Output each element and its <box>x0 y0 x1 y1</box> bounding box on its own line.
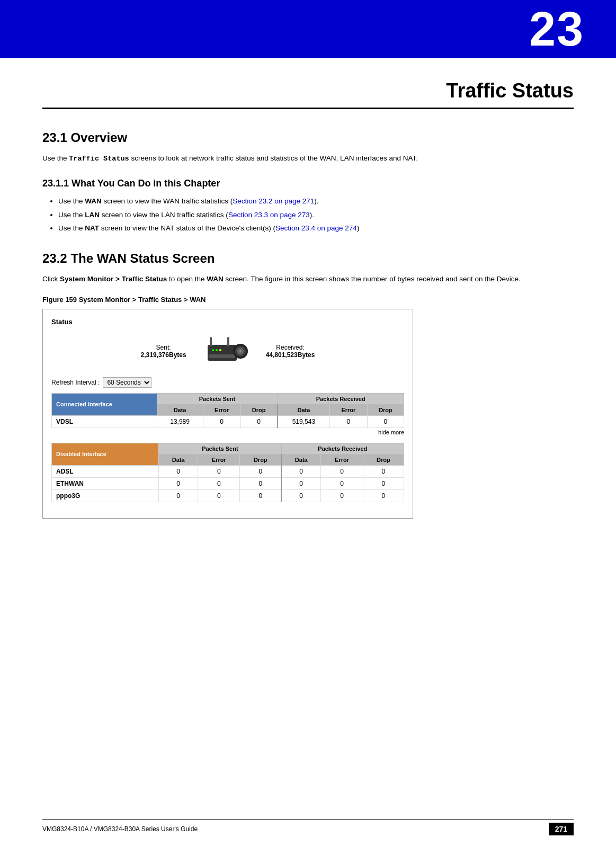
pppo3g-sent-data: 0 <box>159 489 198 502</box>
packets-received-header-disabled: Packets Received <box>281 443 404 454</box>
vdsl-recv-drop: 0 <box>367 415 404 428</box>
pppo3g-sent-drop: 0 <box>240 489 281 502</box>
disabled-table: Disabled Interface Packets Sent Packets … <box>51 443 404 502</box>
disabled-table-section: Disabled Interface Packets Sent Packets … <box>51 443 404 502</box>
col-sent-drop: Drop <box>240 404 278 415</box>
refresh-label: Refresh Interval : <box>51 379 100 386</box>
connected-interface-header: Connected Interface <box>52 393 157 415</box>
section-23-1-1-heading: 23.1.1 What You Can Do in this Chapter <box>42 178 574 189</box>
table-row-adsl: ADSL 0 0 0 0 0 0 <box>52 465 404 477</box>
hide-more: hide more <box>51 429 404 435</box>
adsl-recv-error: 0 <box>321 465 363 477</box>
svg-point-10 <box>239 350 242 352</box>
status-screen: Status Sent: 2,319,376Bytes <box>42 309 413 519</box>
col-recv-drop: Drop <box>367 404 404 415</box>
ethwan-recv-data: 0 <box>281 477 321 489</box>
packets-sent-header-disabled: Packets Sent <box>159 443 281 454</box>
overview-body: Use the Traffic Status screens to look a… <box>42 153 574 165</box>
sent-label: Sent: <box>141 344 186 351</box>
col-d-recv-drop: Drop <box>363 454 404 465</box>
main-content: Traffic Status 23.1 Overview Use the Tra… <box>0 58 616 561</box>
col-d-sent-drop: Drop <box>240 454 281 465</box>
page-number: 271 <box>549 823 574 835</box>
col-sent-data: Data <box>157 404 203 415</box>
svg-point-4 <box>216 349 218 351</box>
router-icon <box>202 334 250 369</box>
svg-rect-6 <box>209 354 235 358</box>
pppo3g-recv-data: 0 <box>281 489 321 502</box>
wan-bold-2: WAN <box>207 275 224 283</box>
footer-text: VMG8324-B10A / VMG8324-B30A Series User'… <box>42 825 198 833</box>
vdsl-recv-data: 519,543 <box>278 415 330 428</box>
col-d-sent-error: Error <box>198 454 240 465</box>
ethwan-recv-drop: 0 <box>363 477 404 489</box>
pppo3g-recv-error: 0 <box>321 489 363 502</box>
vdsl-name: VDSL <box>52 415 157 428</box>
table-row-vdsl: VDSL 13,989 0 0 519,543 0 0 <box>52 415 404 428</box>
screen-title: Status <box>51 318 404 326</box>
refresh-row: Refresh Interval : 60 Seconds <box>51 377 404 388</box>
table-row-ethwan: ETHWAN 0 0 0 0 0 0 <box>52 477 404 489</box>
ethwan-recv-error: 0 <box>321 477 363 489</box>
sent-value: 2,319,376 <box>141 351 169 359</box>
col-recv-data: Data <box>278 404 330 415</box>
menu-path-bold: System Monitor > Traffic Status <box>60 275 167 283</box>
col-d-recv-data: Data <box>281 454 321 465</box>
chapter-title: Traffic Status <box>42 79 574 109</box>
svg-rect-1 <box>210 337 212 346</box>
ethwan-sent-error: 0 <box>198 477 240 489</box>
figure-label: Figure 159 System Monitor > Traffic Stat… <box>42 294 574 306</box>
pppo3g-name: pppo3G <box>52 489 159 502</box>
traffic-status-term: Traffic Status <box>69 155 129 163</box>
chapter-header: 23 <box>0 0 616 58</box>
adsl-recv-data: 0 <box>281 465 321 477</box>
disabled-interface-header: Disabled Interface <box>52 443 159 465</box>
traffic-visual: Sent: 2,319,376Bytes <box>51 334 404 369</box>
hide-more-link[interactable]: hide more <box>378 429 404 435</box>
sent-side: Sent: 2,319,376Bytes <box>141 344 186 359</box>
footer: VMG8324-B10A / VMG8324-B30A Series User'… <box>42 819 574 835</box>
sent-bytes: 2,319,376Bytes <box>141 351 186 359</box>
vdsl-sent-drop: 0 <box>240 415 278 428</box>
adsl-sent-error: 0 <box>198 465 240 477</box>
svg-point-3 <box>212 349 214 351</box>
adsl-sent-data: 0 <box>159 465 198 477</box>
svg-point-5 <box>219 349 221 351</box>
connected-table-section: Connected Interface Packets Sent Packets… <box>51 393 404 435</box>
col-d-sent-data: Data <box>159 454 198 465</box>
what-you-can-do-list: Use the WAN screen to view the WAN traff… <box>58 194 574 235</box>
received-label: Received: <box>266 344 315 351</box>
link-section-23-3[interactable]: Section 23.3 on page 273 <box>228 211 310 219</box>
wan-status-body: Click System Monitor > Traffic Status to… <box>42 273 574 286</box>
svg-rect-0 <box>208 345 237 361</box>
col-d-recv-error: Error <box>321 454 363 465</box>
connected-table: Connected Interface Packets Sent Packets… <box>51 393 404 428</box>
link-section-23-2[interactable]: Section 23.2 on page 271 <box>233 197 314 205</box>
list-item-wan: Use the WAN screen to view the WAN traff… <box>58 194 574 208</box>
received-value: 44,801,523 <box>266 351 298 359</box>
adsl-name: ADSL <box>52 465 159 477</box>
refresh-select[interactable]: 60 Seconds <box>103 377 151 388</box>
vdsl-recv-error: 0 <box>329 415 367 428</box>
table-row-pppo3g: pppo3G 0 0 0 0 0 0 <box>52 489 404 502</box>
received-bytes: 44,801,523Bytes <box>266 351 315 359</box>
nat-bold: NAT <box>85 224 99 232</box>
packets-sent-header-connected: Packets Sent <box>157 393 278 404</box>
list-item-lan: Use the LAN screen to view the LAN traff… <box>58 208 574 222</box>
list-item-nat: Use the NAT screen to view the NAT statu… <box>58 221 574 235</box>
vdsl-sent-error: 0 <box>203 415 240 428</box>
vdsl-sent-data: 13,989 <box>157 415 203 428</box>
ethwan-sent-data: 0 <box>159 477 198 489</box>
pppo3g-sent-error: 0 <box>198 489 240 502</box>
chapter-number: 23 <box>529 5 584 53</box>
adsl-recv-drop: 0 <box>363 465 404 477</box>
ethwan-name: ETHWAN <box>52 477 159 489</box>
col-sent-error: Error <box>203 404 240 415</box>
lan-bold: LAN <box>85 211 100 219</box>
sent-unit: Bytes <box>169 351 186 359</box>
received-unit: Bytes <box>298 351 315 359</box>
packets-received-header-connected: Packets Received <box>278 393 404 404</box>
pppo3g-recv-drop: 0 <box>363 489 404 502</box>
adsl-sent-drop: 0 <box>240 465 281 477</box>
link-section-23-4[interactable]: Section 23.4 on page 274 <box>275 224 357 232</box>
